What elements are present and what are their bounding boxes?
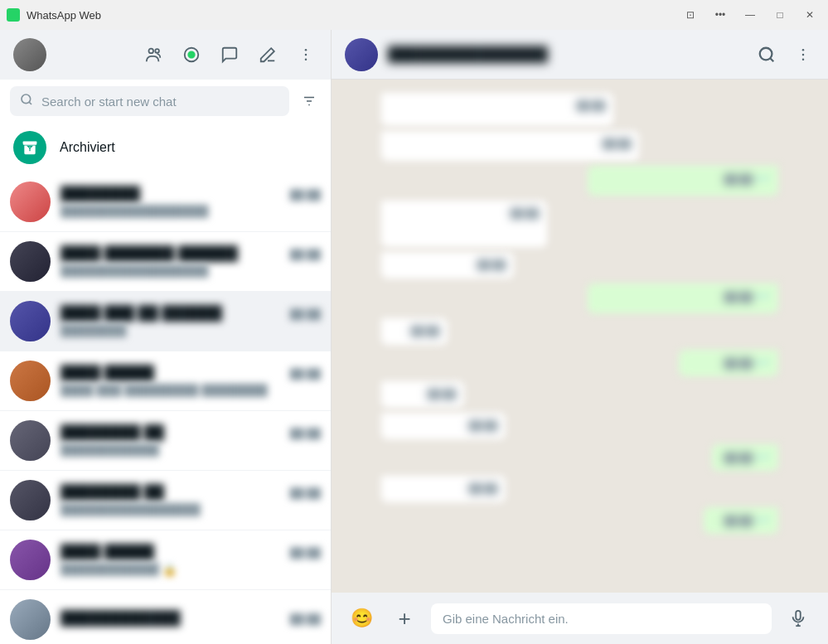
chat-item[interactable]: ████ ███████ ██████ ██:██ ██████████████… xyxy=(0,232,331,292)
filter-icon[interactable] xyxy=(298,90,321,113)
chat-content: ████████ ██ ██:██ ████████████ xyxy=(61,424,321,457)
message-item: ██:██ xyxy=(381,318,778,345)
channels-icon[interactable] xyxy=(218,43,241,66)
message-item: ██:██ ✓✓ xyxy=(381,507,778,534)
message-item: ██:██ ✓✓ xyxy=(381,283,778,313)
chat-item[interactable]: ████ ███ ██ ██████ ██:██ ████████ xyxy=(0,292,331,351)
chat-item[interactable]: ████████ ██ ██:██ █████████████████ xyxy=(0,471,331,530)
chat-item[interactable]: ████ █████ ██:██ ████ ███ █████████ ████… xyxy=(0,351,331,411)
chat-time: ██:██ xyxy=(290,428,321,439)
search-bar xyxy=(0,80,331,123)
archived-label: Archiviert xyxy=(60,140,115,155)
svg-point-1 xyxy=(155,49,159,53)
app-icon xyxy=(7,8,20,22)
bubble-meta: ██:██ ✓✓ xyxy=(596,291,770,302)
messages-area: ██:██ ██:██ ██:██ ✓✓ xyxy=(332,80,828,593)
chat-item[interactable]: ████████████ ██:██ xyxy=(0,590,331,644)
chat-item[interactable]: ████ █████ ██:██ ████████████ 🔒 xyxy=(0,530,331,590)
message-time: ██:██ xyxy=(603,138,631,148)
chat-name: ████████ ██ xyxy=(61,424,164,441)
check-marks: ✓✓ xyxy=(755,173,770,184)
message-item: ██:██ xyxy=(381,131,778,161)
status-icon[interactable] xyxy=(180,43,203,66)
chat-content: ████████ ██ ██:██ █████████████████ xyxy=(61,484,321,516)
bubble-meta: ██:██ ✓✓ xyxy=(720,452,770,462)
contact-name[interactable]: ████████████████ xyxy=(388,46,745,63)
svg-point-15 xyxy=(802,58,805,61)
chat-list: ████████ ██:██ ██████████████████ ████ █… xyxy=(0,172,331,644)
user-avatar[interactable] xyxy=(13,38,46,71)
emoji-button[interactable]: 😊 xyxy=(345,602,378,635)
chat-time: ██:██ xyxy=(290,613,321,625)
chat-content: ████ ███████ ██████ ██:██ ██████████████… xyxy=(61,245,321,278)
chat-content: ████ █████ ██:██ ████████████ 🔒 xyxy=(61,544,321,576)
community-icon[interactable] xyxy=(142,43,165,66)
message-item: ██:██ xyxy=(381,413,778,439)
menu-icon[interactable] xyxy=(294,43,317,66)
archived-row[interactable]: Archiviert xyxy=(0,123,331,172)
check-marks: ✓✓ xyxy=(755,291,770,302)
chat-name: ████ ███ ██ ██████ xyxy=(61,305,222,322)
bubble-meta: ██:██ xyxy=(390,326,439,336)
chat-item[interactable]: ████████ ██ ██:██ ████████████ xyxy=(0,411,331,471)
bubble-meta: ██:██ ✓✓ xyxy=(596,173,770,184)
message-input[interactable] xyxy=(431,603,772,634)
chat-avatar xyxy=(10,301,51,341)
chat-preview: █████████████████ xyxy=(61,503,321,516)
contact-avatar[interactable] xyxy=(345,38,378,71)
search-chat-icon[interactable] xyxy=(755,43,778,66)
new-chat-icon[interactable] xyxy=(256,43,279,66)
chat-avatar xyxy=(10,480,51,521)
chat-content: ████████████ ██:██ xyxy=(61,610,321,629)
bubble-meta: ██:██ xyxy=(390,259,506,269)
message-bubble: ██:██ ✓✓ xyxy=(679,350,778,376)
message-item: ██:██ xyxy=(381,201,778,247)
bubble-meta: ██:██ ✓✓ xyxy=(712,515,770,525)
mic-button[interactable] xyxy=(782,602,815,635)
chat-time: ██:██ xyxy=(290,189,321,201)
minimize-btn[interactable]: — xyxy=(738,3,762,27)
attach-button[interactable]: + xyxy=(388,602,421,635)
bubble-meta: ██:██ xyxy=(390,420,497,430)
chat-top: ████ █████ ██:██ xyxy=(61,544,321,560)
chat-avatar xyxy=(10,241,51,282)
more-window-btn[interactable]: ••• xyxy=(709,3,732,27)
svg-point-0 xyxy=(149,49,154,53)
svg-rect-16 xyxy=(796,611,801,620)
chat-time: ██:██ xyxy=(290,368,321,380)
chat-top: ████████████ ██:██ xyxy=(61,610,321,627)
chat-preview: ████████ xyxy=(61,324,321,337)
message-item: ██:██ xyxy=(381,381,778,408)
chat-name: ████ █████ xyxy=(61,365,154,381)
left-header xyxy=(0,30,331,80)
check-marks: ✓✓ xyxy=(755,515,770,525)
chat-time: ██:██ xyxy=(290,547,321,559)
svg-point-7 xyxy=(22,94,31,104)
bubble-meta: ██:██ xyxy=(390,389,456,399)
bubble-meta: ██:██ xyxy=(390,100,605,110)
svg-point-13 xyxy=(802,48,805,51)
message-bubble: ██:██ xyxy=(381,201,547,247)
chat-item[interactable]: ████████ ██:██ ██████████████████ xyxy=(0,172,331,232)
chat-avatar xyxy=(10,540,51,580)
chat-top: ████ █████ ██:██ xyxy=(61,365,321,381)
message-item: ██:██ xyxy=(381,93,778,126)
chat-name: ████████ ██ xyxy=(61,484,164,501)
chat-content: ████ ███ ██ ██████ ██:██ ████████ xyxy=(61,305,321,337)
search-input[interactable] xyxy=(41,94,279,109)
settings-window-btn[interactable]: ⊡ xyxy=(679,3,702,27)
close-btn[interactable]: ✕ xyxy=(798,3,821,27)
message-item: ██:██ xyxy=(381,252,778,278)
bubble-meta: ██:██ xyxy=(390,483,497,493)
maximize-btn[interactable]: □ xyxy=(768,3,792,27)
chat-preview: ████ ███ █████████ ████████ xyxy=(61,384,321,397)
message-item: ██:██ ✓✓ xyxy=(381,166,778,196)
chat-content: ████████ ██:██ ██████████████████ xyxy=(61,186,321,218)
chat-preview: ██████████████████ xyxy=(61,264,321,278)
message-time: ██:██ xyxy=(428,389,456,399)
chat-menu-icon[interactable] xyxy=(792,43,815,66)
svg-point-6 xyxy=(305,59,307,61)
message-time: ██:██ xyxy=(469,483,497,493)
message-time: ██:██ xyxy=(724,292,753,302)
message-bubble: ██:██ ✓✓ xyxy=(588,283,778,313)
